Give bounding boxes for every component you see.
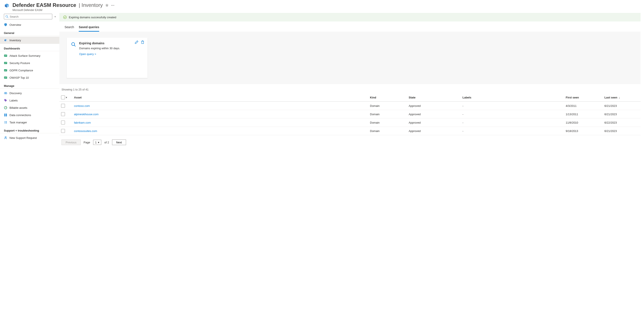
cube-icon [4,38,7,42]
page-of-label: of 2 [104,141,109,144]
row-checkbox[interactable] [61,112,65,116]
tab-saved-queries[interactable]: Saved queries [79,24,99,31]
column-first-seen[interactable]: First seen [566,96,604,99]
assets-table: ▾ Asset Kind State Labels First seen Las… [59,93,640,135]
sidebar-item-label: New Support Request [10,136,37,139]
saved-queries-panel: Expiring domains Domains expiring within… [59,31,640,84]
shield-icon [4,23,7,26]
sidebar-search[interactable] [4,14,52,19]
section-general: General [0,28,59,36]
pagination: Previous Page 1 ▾ of 2 Next [59,135,640,149]
sidebar-item-data-connections[interactable]: Data connections [0,111,59,119]
svg-point-26 [5,136,6,138]
sidebar-item-label: Billable assets [10,106,27,109]
chart-icon [4,61,7,65]
sidebar-item-label: Discovery [10,92,22,95]
sidebar-item-attack-surface[interactable]: Attack Surface Summary [0,52,59,59]
cell-last-seen: 6/22/2023 [604,121,639,124]
cell-labels: - [462,129,566,133]
sidebar-item-billable[interactable]: Billable assets [0,104,59,111]
column-kind[interactable]: Kind [370,96,409,99]
svg-point-3 [6,15,8,17]
svg-point-12 [4,93,6,94]
collapse-sidebar-icon[interactable]: « [54,15,56,18]
column-labels[interactable]: Labels [462,96,566,99]
edit-icon[interactable] [135,40,138,44]
query-card-title: Expiring domains [79,41,143,45]
query-card-description: Domains expiring within 30 days. [79,47,143,50]
sidebar-item-overview[interactable]: Overview [0,21,59,28]
tag-icon [4,99,7,102]
section-dashboards: Dashboards [0,44,59,51]
row-checkbox[interactable] [61,129,65,133]
favorite-star-icon[interactable]: ☆ [106,3,108,7]
sidebar-item-labels[interactable]: Labels [0,97,59,104]
svg-point-14 [5,99,5,100]
search-icon [6,15,8,18]
sidebar-item-label: Labels [10,99,18,102]
main-content: Expiring domains successfully created Se… [59,13,644,154]
sidebar-item-gdpr[interactable]: GDPR Compliance [0,67,59,74]
more-actions-icon[interactable]: ⋯ [111,3,114,7]
sidebar-item-discovery[interactable]: Discovery [0,89,59,97]
breadcrumb: Microsoft Defender EASM [12,8,114,11]
asset-link[interactable]: contoso.com [74,104,370,107]
sidebar-item-inventory[interactable]: Inventory [0,36,59,44]
table-row[interactable]: alpineskihouse.comDomainApproved-1/13/20… [59,110,640,118]
page-select[interactable]: 1 ▾ [93,140,101,145]
sort-descending-icon: ↓ [618,96,620,99]
section-support: Support + troubleshooting [0,126,59,133]
gauge-icon [4,106,7,109]
page-label: Page [84,141,90,144]
svg-rect-19 [6,115,7,116]
asset-link[interactable]: fabrikam.com [74,121,370,124]
svg-rect-18 [4,115,6,116]
svg-line-4 [8,17,8,18]
sidebar-item-new-support[interactable]: New Support Request [0,134,59,141]
open-query-link[interactable]: Open query > [79,52,143,56]
next-button[interactable]: Next [112,139,126,145]
cell-last-seen: 6/21/2023 [604,104,639,107]
cell-state: Approved [409,104,462,107]
cell-first-seen: 11/8/2010 [566,121,604,124]
table-row[interactable]: fabrikam.comDomainApproved-11/8/20106/22… [59,118,640,127]
saved-query-card[interactable]: Expiring domains Domains expiring within… [67,38,148,78]
cell-first-seen: 9/18/2013 [566,129,604,133]
svg-rect-17 [6,114,7,115]
column-asset[interactable]: Asset [74,96,370,99]
delete-icon[interactable] [141,40,144,44]
sidebar-search-input[interactable] [10,15,51,18]
sidebar-item-owasp[interactable]: OWASP Top 10 [0,74,59,81]
sidebar: « Overview General Inventory Dashboards … [0,13,59,154]
chart-icon [4,68,7,72]
tab-search[interactable]: Search [64,24,74,31]
section-manage: Manage [0,81,59,89]
cell-state: Approved [409,129,462,133]
svg-line-29 [74,45,76,46]
table-row[interactable]: contososuites.comDomainApproved-9/18/201… [59,127,640,135]
select-all-checkbox[interactable] [61,95,65,99]
sidebar-item-task-manager[interactable]: Task manager [0,119,59,126]
page-name: Inventory [82,2,103,8]
notice-text: Expiring domains successfully created [69,16,116,19]
success-check-icon [63,15,67,19]
row-checkbox[interactable] [61,104,65,108]
asset-link[interactable]: alpineskihouse.com [74,113,370,116]
chart-icon [4,54,7,57]
cell-kind: Domain [370,121,409,124]
previous-button[interactable]: Previous [62,139,81,145]
sidebar-item-label: Data connections [10,113,31,117]
chevron-down-icon[interactable]: ▾ [66,96,67,99]
cell-last-seen: 6/21/2023 [604,129,639,133]
asset-link[interactable]: contososuites.com [74,129,370,133]
page-header: Defender EASM Resource | Inventory ☆ ⋯ M… [0,0,644,13]
column-last-seen[interactable]: Last seen ↓ [604,96,639,99]
sidebar-item-security-posture[interactable]: Security Posture [0,59,59,67]
table-row[interactable]: contoso.comDomainApproved-4/3/20116/21/2… [59,102,640,110]
cell-kind: Domain [370,129,409,133]
sidebar-item-label: Task manager [10,121,27,124]
row-checkbox[interactable] [61,121,65,124]
resource-name: Defender EASM Resource [12,2,76,8]
column-state[interactable]: State [409,96,462,99]
sidebar-item-label: OWASP Top 10 [10,76,29,79]
